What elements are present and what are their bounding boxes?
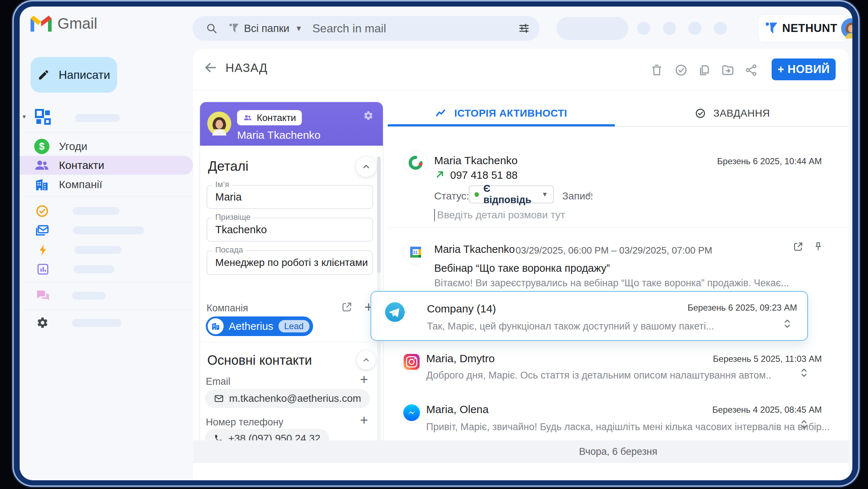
job-title-field[interactable]: Посада Менеджер по роботі з клієнтами: [207, 250, 373, 275]
activity-item-call[interactable]: Maria Tkachenko Брезень 6 2025, 10:44 AM…: [388, 147, 849, 227]
mail-icon: [35, 223, 49, 238]
compose-button[interactable]: Написати: [31, 57, 117, 93]
compose-label: Написати: [59, 68, 110, 82]
date-separator-label: Вчора, 6 березня: [579, 446, 657, 457]
activity-item-telegram-message[interactable]: Company (14) Березень 6 2025, 09:23 AM Т…: [371, 291, 808, 341]
back-arrow-icon[interactable]: [203, 60, 218, 75]
record-type-label: Контакти: [257, 112, 296, 124]
activity-item-messenger-message[interactable]: Maria, Olena Березень 4 2025, 08:45 AM П…: [388, 397, 849, 443]
sidebar-item-contacts[interactable]: Контакти: [20, 156, 193, 175]
pin-icon[interactable]: [813, 241, 823, 251]
text-cursor: [434, 209, 435, 221]
skeleton-label: [73, 265, 114, 273]
event-title: Maria Tkachenko: [434, 243, 515, 255]
new-record-button[interactable]: + НОВИЙ: [772, 58, 836, 80]
tab-tasks[interactable]: ЗАВДАННЯ: [615, 101, 849, 125]
search-options-tune-icon[interactable]: [518, 22, 530, 35]
move-to-folder-icon[interactable]: [721, 63, 735, 78]
workspace-grid-icon[interactable]: [35, 109, 51, 125]
back-label[interactable]: НАЗАД: [225, 61, 268, 75]
sidebar-item-label: Контакти: [59, 159, 104, 171]
company-chip[interactable]: Aetherius Lead: [206, 316, 313, 336]
add-email-button[interactable]: +: [360, 372, 368, 386]
svg-text:31: 31: [413, 250, 418, 255]
open-event-external-link-icon[interactable]: [793, 241, 804, 252]
message-title: Maria, Dmytro: [426, 352, 495, 365]
sidebar-item-companies[interactable]: Компанії: [20, 175, 193, 194]
primary-contacts-title: Основні контакти: [207, 353, 312, 368]
first-name-field[interactable]: Ім’я Maria: [207, 185, 373, 209]
check-circle-icon: [35, 204, 49, 218]
activity-item-instagram-message[interactable]: Maria, Dmytro Березень 5 2025, 11:03 AM …: [388, 347, 849, 393]
add-phone-button[interactable]: +: [360, 413, 368, 427]
skeleton-label: [72, 292, 105, 300]
pencil-icon: [37, 69, 50, 81]
search-bar[interactable]: Всі папки ▼ Search in mail: [192, 16, 540, 41]
topbar-placeholder-pill: [556, 17, 628, 40]
companies-building-icon: [34, 177, 49, 192]
skeleton-label: [73, 207, 119, 215]
gmail-wordmark: Gmail: [57, 15, 97, 32]
message-preview: Так, Маріє, цей функціонал також доступн…: [427, 321, 714, 332]
email-value: m.tkachenko@aetherius.com: [229, 393, 361, 404]
message-preview: Доброго дня, Маріє. Ось стаття із деталь…: [426, 370, 771, 381]
contacts-people-icon: [33, 157, 50, 174]
email-label: Email: [206, 376, 231, 387]
call-note-placeholder: Введіть деталі розмови тут: [437, 209, 565, 221]
call-phone-number[interactable]: 097 418 51 88: [450, 169, 517, 181]
collapse-caret-icon[interactable]: ▾: [23, 113, 26, 121]
tab-label: ЗАВДАННЯ: [713, 108, 770, 119]
message-title: Maria, Olena: [426, 403, 489, 416]
share-icon[interactable]: [744, 63, 759, 78]
duplicate-icon[interactable]: [697, 63, 712, 78]
last-name-field[interactable]: Призвіще Tkachenko: [207, 218, 373, 242]
contact-avatar: [207, 112, 231, 136]
expand-chevrons-icon[interactable]: [799, 368, 809, 378]
message-preview: Привіт, Маріє, звичайно! Будь ласка, над…: [426, 421, 830, 433]
search-placeholder[interactable]: Search in mail: [312, 22, 386, 35]
sidebar-divider: [20, 132, 193, 133]
sidebar-item-reports-skeleton[interactable]: [20, 261, 193, 277]
contacts-people-icon: [243, 113, 252, 122]
sidebar-item-automation-skeleton[interactable]: [20, 242, 193, 258]
call-note-input[interactable]: Введіть деталі розмови тут: [434, 208, 565, 222]
company-status-tag: Lead: [279, 320, 309, 332]
skeleton-label: [72, 319, 121, 327]
mark-done-icon[interactable]: [674, 63, 689, 78]
user-avatar[interactable]: [841, 18, 852, 39]
sidebar-item-chat-skeleton[interactable]: [20, 288, 193, 304]
field-label: Посада: [212, 245, 246, 255]
activity-item-calendar-event[interactable]: 31 Maria Tkachenko 03/29/2025, 06:00 PM …: [388, 230, 849, 294]
topbar-placeholder-dot: [688, 22, 701, 35]
card-divider: [200, 342, 383, 342]
tab-label: ІСТОРІЯ АКТИВНОСТІ: [454, 108, 567, 119]
expand-chevrons-icon[interactable]: [783, 319, 792, 329]
collapse-details-button[interactable]: [356, 157, 376, 177]
card-settings-gear-icon[interactable]: [363, 110, 374, 122]
gmail-logo[interactable]: Gmail: [31, 12, 97, 35]
chevron-down-icon: ▼: [541, 191, 548, 198]
search-icon[interactable]: [205, 22, 218, 35]
delete-icon[interactable]: [650, 63, 664, 78]
folder-filter-dropdown[interactable]: Всі папки ▼: [244, 21, 303, 36]
speaker-icon[interactable]: [585, 189, 596, 201]
collapse-primary-contacts-button[interactable]: [357, 351, 376, 369]
activity-trend-icon: [435, 108, 447, 119]
expand-chevrons-icon[interactable]: [799, 419, 809, 429]
nethunt-account-badge[interactable]: NETHUNT: [758, 15, 847, 42]
topbar-placeholder-dot: [637, 22, 650, 35]
open-company-external-link-icon[interactable]: [341, 301, 353, 313]
laptop-frame: Gmail Всі папки ▼ Search in mail NETHU: [14, 1, 858, 485]
message-timestamp: Березень 4 2025, 08:45 AM: [712, 405, 822, 415]
call-status-dropdown[interactable]: Є відповідь ▼: [469, 185, 554, 203]
tab-activity-history[interactable]: ІСТОРІЯ АКТИВНОСТІ: [388, 101, 615, 125]
sidebar-item-tasks-skeleton[interactable]: [20, 203, 193, 219]
event-preview: Вітаємо! Ви зареєструвались на вебінар “…: [434, 278, 789, 289]
phone-label: Номер телефону: [206, 417, 283, 428]
card-scrollbar-thumb[interactable]: [377, 157, 381, 273]
sidebar-item-deals[interactable]: $ Угоди: [20, 137, 193, 155]
company-name: Aetherius: [229, 320, 273, 332]
email-chip[interactable]: m.tkachenko@aetherius.com: [205, 389, 370, 408]
sidebar-item-mail-skeleton[interactable]: [20, 222, 193, 238]
sidebar-item-settings-skeleton[interactable]: [20, 315, 193, 331]
